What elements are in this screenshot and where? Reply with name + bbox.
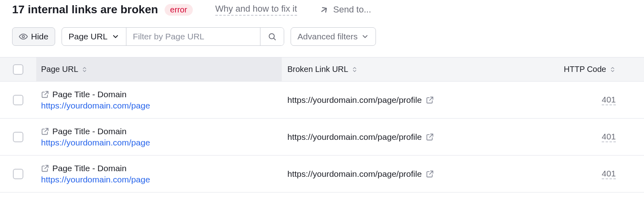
broken-url-text: https://yourdomain.com/page/profile — [287, 95, 422, 105]
external-link-icon — [41, 127, 49, 135]
filter-field-group: Page URL — [62, 27, 284, 46]
broken-url-text: https://yourdomain.com/page/profile — [287, 132, 422, 142]
issue-title: 17 internal links are broken — [12, 3, 158, 16]
row-checkbox[interactable] — [13, 95, 23, 105]
external-link-icon — [41, 90, 49, 98]
page-title-line[interactable]: Page Title - Domain — [41, 127, 282, 136]
table-row: Page Title - Domainhttps://yourdomain.co… — [0, 82, 644, 119]
hide-button[interactable]: Hide — [12, 27, 55, 46]
broken-link-url[interactable]: https://yourdomain.com/page/profile — [287, 132, 434, 142]
page-url-link[interactable]: https://yourdomain.com/page — [41, 101, 282, 111]
sort-icon — [351, 66, 358, 73]
external-link-icon — [426, 170, 434, 178]
broken-link-url[interactable]: https://yourdomain.com/page/profile — [287, 95, 434, 105]
page-title-line[interactable]: Page Title - Domain — [41, 90, 282, 99]
advanced-filters-label: Advanced filters — [297, 32, 357, 41]
col-header-page-url[interactable]: Page URL — [41, 65, 88, 74]
table-body: Page Title - Domainhttps://yourdomain.co… — [0, 82, 644, 192]
how-to-fix-link[interactable]: Why and how to fix it — [215, 4, 297, 16]
filter-field-select[interactable]: Page URL — [62, 28, 126, 45]
select-all-checkbox[interactable] — [13, 64, 23, 75]
eye-icon — [19, 32, 28, 41]
row-checkbox[interactable] — [13, 169, 23, 179]
col-header-page-label: Page URL — [41, 65, 78, 74]
advanced-filters-button[interactable]: Advanced filters — [291, 27, 376, 46]
sort-icon — [609, 66, 616, 73]
col-header-code-label: HTTP Code — [564, 65, 606, 74]
filter-search-button[interactable] — [260, 28, 284, 45]
col-header-broken-label: Broken Link URL — [287, 65, 348, 74]
results-table: Page URL Broken Link URL HTTP Code Page … — [0, 57, 644, 192]
chevron-down-icon — [361, 33, 369, 41]
page-title-line[interactable]: Page Title - Domain — [41, 164, 282, 173]
send-icon — [320, 5, 329, 14]
col-header-http-code[interactable]: HTTP Code — [564, 65, 616, 74]
external-link-icon — [426, 133, 434, 141]
table-header: Page URL Broken Link URL HTTP Code — [0, 57, 644, 82]
chevron-down-icon — [111, 33, 120, 41]
external-link-icon — [41, 164, 49, 172]
page-url-link[interactable]: https://yourdomain.com/page — [41, 175, 282, 184]
row-checkbox[interactable] — [13, 132, 23, 142]
send-to-label: Send to... — [333, 4, 371, 15]
http-code[interactable]: 401 — [602, 132, 616, 142]
severity-badge: error — [165, 4, 193, 16]
filter-input-wrap — [126, 28, 260, 45]
page-title: Page Title - Domain — [52, 127, 126, 136]
send-to-button[interactable]: Send to... — [320, 4, 371, 15]
page-url-link[interactable]: https://yourdomain.com/page — [41, 138, 282, 147]
http-code[interactable]: 401 — [602, 169, 616, 179]
http-code[interactable]: 401 — [602, 95, 616, 105]
sort-icon — [81, 66, 88, 73]
table-row: Page Title - Domainhttps://yourdomain.co… — [0, 119, 644, 156]
filter-input[interactable] — [133, 32, 254, 41]
hide-label: Hide — [31, 32, 48, 41]
page-title: Page Title - Domain — [52, 90, 126, 99]
broken-link-url[interactable]: https://yourdomain.com/page/profile — [287, 169, 434, 179]
table-row: Page Title - Domainhttps://yourdomain.co… — [0, 156, 644, 192]
external-link-icon — [426, 96, 434, 104]
page-title: Page Title - Domain — [52, 164, 126, 173]
col-header-broken-url[interactable]: Broken Link URL — [287, 65, 358, 74]
filter-field-label: Page URL — [68, 32, 107, 41]
search-icon — [268, 32, 277, 41]
broken-url-text: https://yourdomain.com/page/profile — [287, 169, 422, 179]
